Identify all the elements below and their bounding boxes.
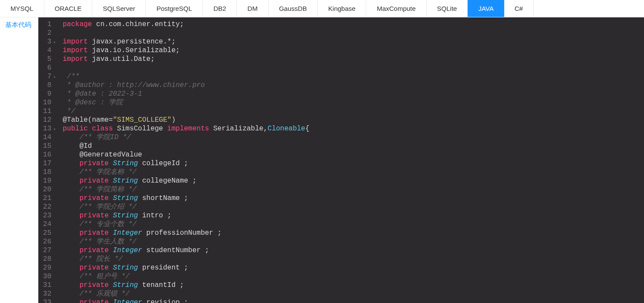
gutter: 1234567891011121314151617181920212223242… [38, 17, 58, 303]
line-number: 8 [38, 81, 54, 90]
tab-java[interactable]: JAVA [468, 0, 504, 17]
line-number: 10 [38, 98, 54, 107]
tab-oracle[interactable]: ORACLE [44, 0, 93, 17]
code-line[interactable]: private String intro ; [63, 211, 400, 220]
code-line[interactable]: @Id [63, 142, 400, 150]
code-line[interactable]: @Table(name="SIMS_COLLEGE") [63, 116, 400, 124]
line-number: 14 [38, 133, 54, 142]
line-number: 18 [38, 168, 54, 176]
line-number: 17 [38, 159, 54, 168]
line-number: 7 [38, 72, 54, 81]
code-line[interactable]: /** 租户号 */ [63, 272, 400, 281]
code-line[interactable]: private String collegeId ; [63, 159, 400, 168]
code-line[interactable]: import java.util.Date; [63, 55, 400, 63]
line-number: 33 [38, 298, 54, 303]
code-line[interactable]: private Integer professionNumber ; [63, 229, 400, 237]
code-line[interactable]: private String president ; [63, 263, 400, 272]
code-line[interactable]: private Integer studentNumber ; [63, 246, 400, 255]
line-number: 11 [38, 107, 54, 116]
line-number: 5 [38, 55, 54, 63]
code-line[interactable]: import javax.persistence.*; [63, 37, 400, 46]
code-line[interactable]: @GeneratedValue [63, 150, 400, 159]
tab-dm[interactable]: DM [237, 0, 268, 17]
code-line[interactable]: package cn.com.chiner.entity; [63, 20, 400, 29]
line-number: 1 [38, 20, 54, 29]
main-area: 基本代码 12345678910111213141516171819202122… [0, 17, 644, 303]
code-line[interactable]: /** 学院ID */ [63, 133, 400, 142]
line-number: 21 [38, 194, 54, 203]
line-number: 6 [38, 63, 54, 72]
code-line[interactable]: * @desc : 学院 [63, 98, 400, 107]
line-number: 19 [38, 176, 54, 185]
code-line[interactable]: public class SimsCollege implements Seri… [63, 124, 400, 133]
tab-mysql[interactable]: MYSQL [0, 0, 44, 17]
line-number: 22 [38, 203, 54, 211]
tab-kingbase[interactable]: Kingbase [318, 0, 367, 17]
line-number: 23 [38, 211, 54, 220]
code-editor[interactable]: 1234567891011121314151617181920212223242… [38, 17, 400, 303]
line-number: 9 [38, 90, 54, 98]
tab-db2[interactable]: DB2 [203, 0, 237, 17]
line-number: 29 [38, 263, 54, 272]
code-line[interactable]: /** 院长 */ [63, 255, 400, 263]
code-line[interactable]: /** 专业个数 */ [63, 220, 400, 229]
code-line[interactable] [63, 29, 400, 37]
line-number: 4 [38, 46, 54, 55]
line-number: 3 [38, 37, 54, 46]
tab-gaussdb[interactable]: GaussDB [269, 0, 318, 17]
code-line[interactable]: private String tenantId ; [63, 281, 400, 290]
code-line[interactable]: private String collegeName ; [63, 176, 400, 185]
line-number: 20 [38, 185, 54, 194]
tab-bar: MYSQLORACLESQLServerPostgreSQLDB2DMGauss… [0, 0, 644, 17]
line-number: 30 [38, 272, 54, 281]
line-number: 25 [38, 229, 54, 237]
tab-maxcompute[interactable]: MaxCompute [366, 0, 426, 17]
sidebar: 基本代码 [0, 17, 38, 303]
line-number: 2 [38, 29, 54, 37]
code-content[interactable]: package cn.com.chiner.entity; import jav… [58, 17, 400, 303]
sidebar-item-basic-code[interactable]: 基本代码 [5, 21, 33, 29]
code-line[interactable]: /** 乐观锁 */ [63, 290, 400, 298]
tab-sqlite[interactable]: SQLite [427, 0, 468, 17]
line-number: 12 [38, 116, 54, 124]
code-line[interactable]: import java.io.Serializable; [63, 46, 400, 55]
tab-postgresql[interactable]: PostgreSQL [146, 0, 203, 17]
line-number: 27 [38, 246, 54, 255]
code-line[interactable]: /** 学院名称 */ [63, 168, 400, 176]
line-number: 26 [38, 237, 54, 246]
line-number: 31 [38, 281, 54, 290]
line-number: 15 [38, 142, 54, 150]
code-line[interactable]: private Integer revision ; [63, 298, 400, 303]
line-number: 13 [38, 124, 54, 133]
tab-c#[interactable]: C# [504, 0, 534, 17]
code-line[interactable]: * @author : http://www.chiner.pro [63, 81, 400, 90]
line-number: 16 [38, 150, 54, 159]
code-line[interactable]: private String shortName ; [63, 194, 400, 203]
code-line[interactable]: /** 学院介绍 */ [63, 203, 400, 211]
code-line[interactable]: /** 学生人数 */ [63, 237, 400, 246]
code-line[interactable]: * @date : 2022-3-1 [63, 90, 400, 98]
tab-sqlserver[interactable]: SQLServer [92, 0, 146, 17]
code-line[interactable]: */ [63, 107, 400, 116]
line-number: 24 [38, 220, 54, 229]
line-number: 32 [38, 290, 54, 298]
code-line[interactable] [63, 63, 400, 72]
code-line[interactable]: /** 学院简称 */ [63, 185, 400, 194]
code-line[interactable]: /** [63, 72, 400, 81]
line-number: 28 [38, 255, 54, 263]
right-panel [400, 17, 644, 303]
